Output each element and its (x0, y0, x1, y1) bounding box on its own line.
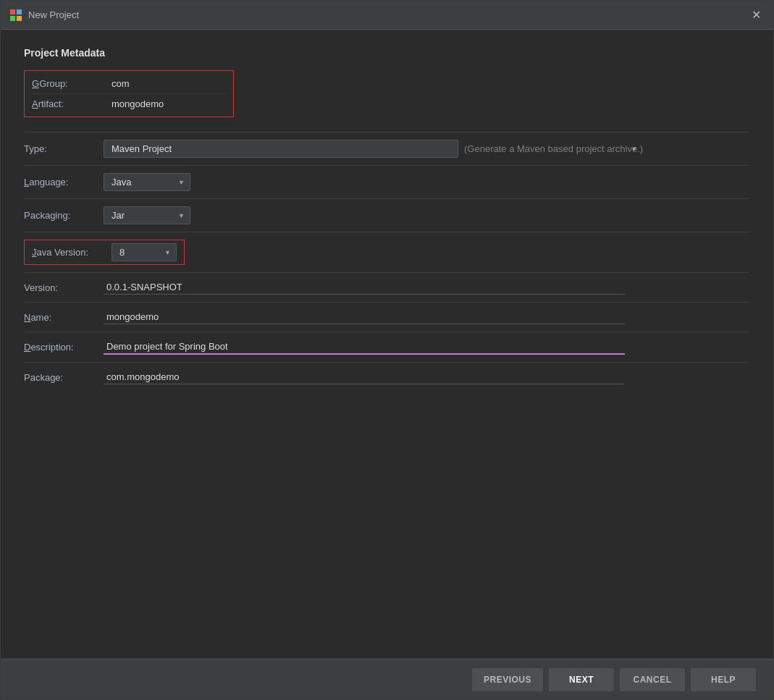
artifact-label: Artifact: (32, 98, 112, 109)
title-bar-left: New Project (9, 9, 79, 22)
name-label: Name: (24, 312, 104, 323)
dialog-body: Project Metadata GGroup: com Artifact: m… (1, 30, 773, 659)
group-value: com (112, 78, 130, 89)
type-row: Type: Maven Project Gradle Project (Gene… (24, 132, 750, 165)
packaging-select[interactable]: Jar War (104, 206, 190, 224)
language-select-wrapper: Java Kotlin Groovy (104, 173, 190, 191)
packaging-row: Packaging: Jar War (24, 198, 750, 232)
description-row: Description: (24, 332, 750, 362)
dialog-title: New Project (28, 9, 79, 20)
description-label: Description: (24, 342, 104, 353)
cancel-button[interactable]: CANCEL (620, 668, 685, 691)
previous-button[interactable]: PREVIOUS (472, 668, 543, 691)
language-label: Language: (24, 177, 104, 187)
group-label: GGroup: (32, 78, 112, 89)
svg-rect-2 (10, 16, 15, 21)
group-artifact-bordered: GGroup: com Artifact: mongodemo (24, 70, 234, 117)
java-version-select[interactable]: 8 11 17 21 (112, 243, 177, 261)
svg-rect-0 (10, 9, 15, 14)
section-title: Project Metadata (24, 47, 750, 59)
java-version-label: Java Version: (32, 247, 112, 258)
title-bar: New Project ✕ (1, 1, 773, 30)
package-row: Package: (24, 362, 750, 392)
java-version-select-wrapper: 8 11 17 21 (112, 243, 177, 261)
group-row: GGroup: com (32, 74, 226, 93)
close-button[interactable]: ✕ (747, 7, 765, 24)
svg-rect-3 (17, 16, 22, 21)
svg-rect-1 (17, 9, 22, 14)
next-button[interactable]: NEXT (549, 668, 614, 691)
packaging-select-wrapper: Jar War (104, 206, 190, 224)
language-row: Language: Java Kotlin Groovy (24, 165, 750, 198)
type-hint: (Generate a Maven based project archive.… (464, 143, 643, 154)
version-input[interactable] (104, 280, 625, 295)
packaging-label: Packaging: (24, 210, 104, 221)
type-select[interactable]: Maven Project Gradle Project (104, 140, 458, 158)
version-label: Version: (24, 282, 104, 293)
help-button[interactable]: HELP (691, 668, 756, 691)
version-row: Version: (24, 272, 750, 302)
type-select-wrapper: Maven Project Gradle Project (Generate a… (104, 140, 643, 158)
bottom-bar: PREVIOUS NEXT CANCEL HELP (1, 659, 773, 699)
name-row: Name: (24, 302, 750, 332)
artifact-row: Artifact: mongodemo (32, 93, 226, 114)
java-version-bordered: Java Version: 8 11 17 21 (24, 240, 185, 265)
package-label: Package: (24, 372, 104, 383)
package-input[interactable] (104, 370, 625, 384)
language-select[interactable]: Java Kotlin Groovy (104, 173, 190, 191)
artifact-value: mongodemo (112, 98, 164, 109)
name-input[interactable] (104, 310, 625, 324)
type-label: Type: (24, 143, 104, 154)
app-icon (9, 9, 22, 22)
new-project-dialog: New Project ✕ Project Metadata GGroup: c… (0, 0, 774, 700)
description-input[interactable] (104, 340, 625, 355)
java-version-outer-row: Java Version: 8 11 17 21 (24, 232, 750, 272)
